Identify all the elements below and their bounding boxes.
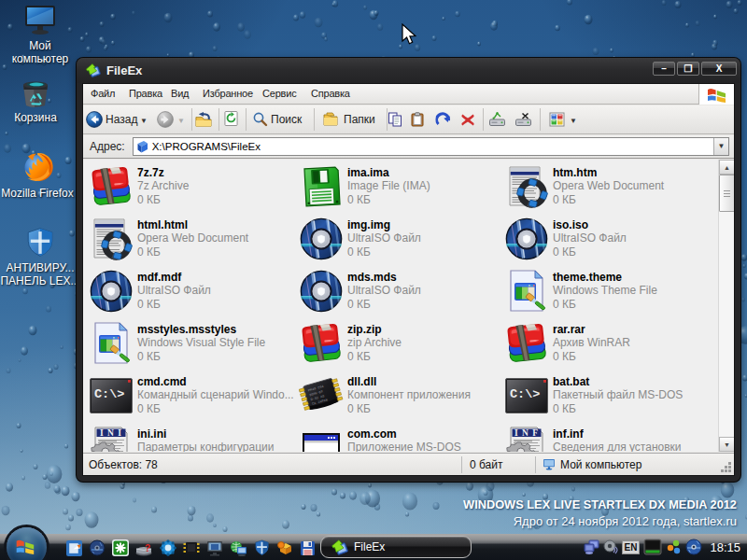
svg-text:?: ? (145, 543, 150, 553)
